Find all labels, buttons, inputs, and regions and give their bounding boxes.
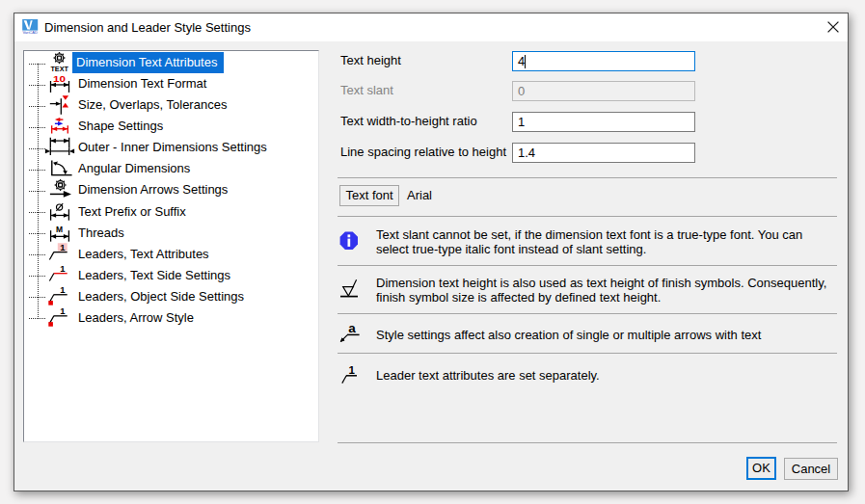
svg-text:a: a — [348, 321, 356, 335]
svg-text:1: 1 — [349, 364, 356, 376]
